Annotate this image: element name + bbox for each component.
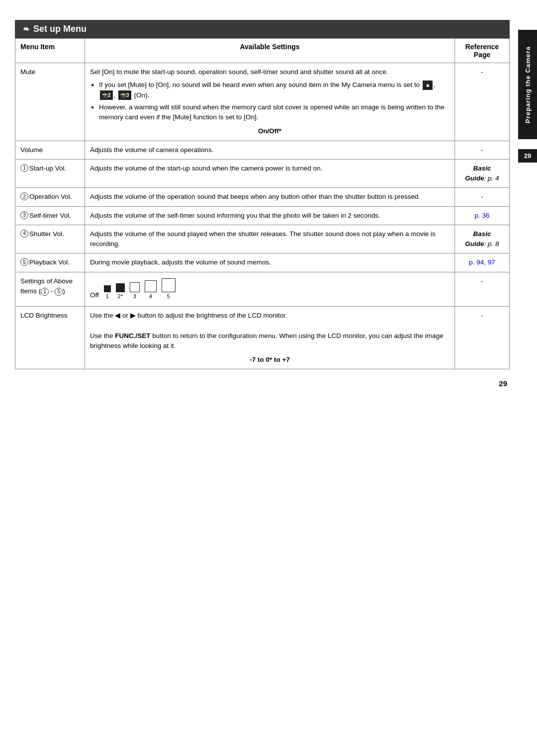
vol-icon-4 [145, 280, 157, 292]
table-header-row: Menu Item Available Settings ReferencePa… [15, 39, 510, 63]
menu-item-lcd-brightness: LCD Brightness [15, 307, 85, 369]
ref-startup-vol: BasicGuide: p. 4 [455, 159, 510, 188]
main-table: Menu Item Available Settings ReferencePa… [15, 38, 510, 369]
circle-1: 1 [41, 288, 49, 296]
table-row: 5 Playback Vol. During movie playback, a… [15, 253, 510, 272]
header-reference-page: ReferencePage [455, 39, 510, 63]
table-row: 1 Start-up Vol. Adjusts the volume of th… [15, 159, 510, 188]
num-3: 3 [20, 211, 28, 219]
ref-lcd-brightness: - [455, 307, 510, 369]
page-number: 29 [0, 369, 537, 393]
cam-icon-1: ■ [423, 81, 433, 90]
menu-item-shutter-vol: 4 Shutter Vol. [15, 225, 85, 253]
header-menu-item: Menu Item [15, 39, 85, 63]
vol-level-2: 2* [116, 283, 125, 301]
vol-icon-2 [116, 283, 125, 292]
settings-volume: Adjusts the volume of camera operations. [85, 141, 455, 159]
page-wrapper: Preparing the Camera 29 ❧ Set up Menu Me… [0, 0, 537, 756]
menu-item-settings-above: Settings of Above Items (1 - 5) [15, 272, 85, 307]
mute-bullets: If you set [Mute] to [On], no sound will… [90, 80, 449, 122]
settings-operation-vol: Adjusts the volume of the operation soun… [85, 188, 455, 206]
menu-item-operation-vol: 2 Operation Vol. [15, 188, 85, 206]
section-title: Set up Menu [33, 24, 87, 34]
menu-item-self-timer-vol: 3 Self-timer Vol. [15, 206, 85, 225]
section-icon: ❧ [23, 24, 29, 34]
vol-icon-5 [162, 278, 176, 292]
menu-item-playback-vol: 5 Playback Vol. [15, 253, 85, 272]
menu-item-volume: Volume [15, 141, 85, 159]
vol-icons-container: Off 1 2* [90, 276, 449, 303]
settings-playback-vol: During movie playback, adjusts the volum… [85, 253, 455, 272]
ref-mute: - [455, 63, 510, 141]
circle-5: 5 [55, 288, 63, 296]
content-area: ❧ Set up Menu Menu Item Available Settin… [15, 20, 510, 369]
table-row: 2 Operation Vol. Adjusts the volume of t… [15, 188, 510, 206]
num-4: 4 [20, 230, 28, 238]
lcd-setting-value: -7 to 0* to +7 [90, 355, 449, 365]
vol-off-label: Off [90, 290, 99, 300]
mute-bullet-1: If you set [Mute] to [On], no sound will… [90, 80, 449, 100]
settings-startup-vol: Adjusts the volume of the start-up sound… [85, 159, 455, 188]
settings-self-timer-vol: Adjusts the volume of the self-timer sou… [85, 206, 455, 225]
header-available-settings: Available Settings [85, 39, 455, 63]
page-badge-number: 29 [524, 152, 531, 160]
settings-lcd-brightness: Use the ◀ or ▶ button to adjust the brig… [85, 307, 455, 369]
vol-level-4: 4 [145, 280, 157, 301]
settings-mute: Set [On] to mute the start-up sound, ope… [85, 63, 455, 141]
ref-volume: - [455, 141, 510, 159]
cam-icon-2: 📸2 [100, 90, 113, 100]
settings-shutter-vol: Adjusts the volume of the sound played w… [85, 225, 455, 253]
mute-setting-value: On/Off* [90, 126, 449, 136]
table-row: Volume Adjusts the volume of camera oper… [15, 141, 510, 159]
ref-self-timer-vol: p. 36 [455, 206, 510, 225]
vol-level-3: 3 [130, 282, 140, 301]
ref-settings-above: - [455, 272, 510, 307]
page-number-label: 29 [499, 379, 507, 388]
table-row: 4 Shutter Vol. Adjusts the volume of the… [15, 225, 510, 253]
section-header: ❧ Set up Menu [15, 20, 510, 38]
table-row: Settings of Above Items (1 - 5) Off 1 [15, 272, 510, 307]
vol-icon-3 [130, 282, 140, 292]
table-row: LCD Brightness Use the ◀ or ▶ button to … [15, 307, 510, 369]
ref-playback-vol: p. 94, 97 [455, 253, 510, 272]
ref-operation-vol: - [455, 188, 510, 206]
ref-shutter-vol: BasicGuide: p. 8 [455, 225, 510, 253]
vol-icon-1 [104, 285, 111, 292]
table-row: Mute Set [On] to mute the start-up sound… [15, 63, 510, 141]
vol-level-1: 1 [104, 285, 111, 301]
settings-above-items: Off 1 2* [85, 272, 455, 307]
menu-item-mute: Mute [15, 63, 85, 141]
vol-level-5: 5 [162, 278, 176, 301]
page-num-badge: 29 [518, 149, 537, 163]
mute-bullet-2: However, a warning will still sound when… [90, 102, 449, 123]
num-5: 5 [20, 258, 28, 266]
num-1: 1 [20, 164, 28, 172]
table-row: 3 Self-timer Vol. Adjusts the volume of … [15, 206, 510, 225]
side-tab: Preparing the Camera [518, 30, 537, 139]
cam-icon-3: 📸3 [118, 90, 131, 100]
side-tab-label: Preparing the Camera [524, 46, 532, 123]
num-2: 2 [20, 192, 28, 200]
menu-item-startup-vol: 1 Start-up Vol. [15, 159, 85, 188]
